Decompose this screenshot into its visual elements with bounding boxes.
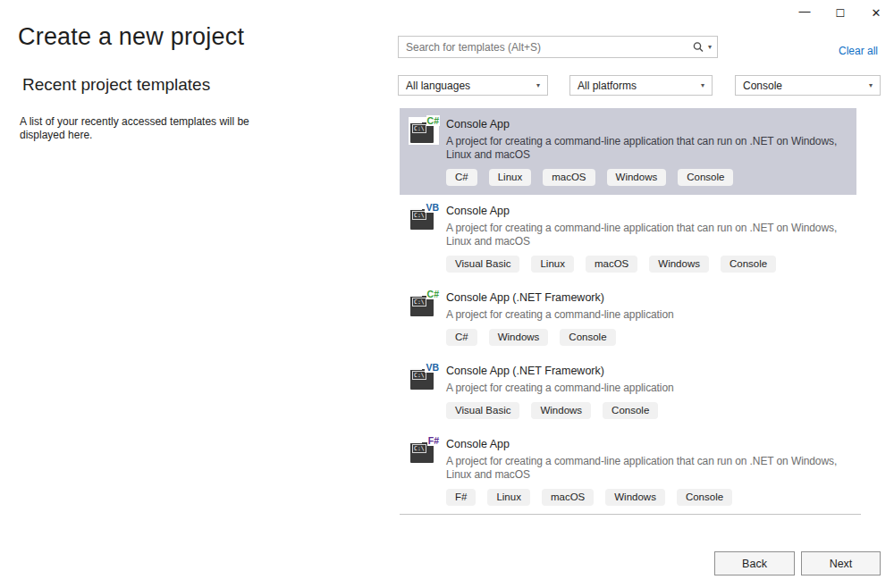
tag-windows[interactable]: Windows: [649, 256, 709, 273]
template-description: A project for creating a command-line ap…: [446, 135, 848, 162]
terminal-prompt: C:\: [412, 444, 426, 453]
next-button[interactable]: Next: [801, 551, 881, 575]
template-description: A project for creating a command-line ap…: [446, 455, 848, 482]
template-description: A project for creating a command-line ap…: [446, 308, 848, 322]
console-app-fsharp-icon: C:\ F#: [409, 437, 439, 465]
minimize-button[interactable]: —: [787, 0, 822, 26]
tag-windows[interactable]: Windows: [489, 329, 549, 346]
console-app-csharp-icon: C:\ C#: [409, 290, 439, 318]
template-title: Console App (.NET Framework): [446, 365, 848, 377]
template-description: A project for creating a command-line ap…: [446, 222, 848, 248]
template-title: Console App: [446, 438, 848, 450]
tag-console[interactable]: Console: [678, 169, 733, 186]
tag-linux[interactable]: Linux: [531, 256, 574, 273]
platform-filter-value: All platforms: [578, 80, 637, 92]
tag-visual-basic[interactable]: Visual Basic: [446, 256, 519, 273]
terminal-prompt: C:\: [412, 211, 426, 220]
template-description: A project for creating a command-line ap…: [446, 382, 848, 395]
tag-csharp[interactable]: C#: [446, 329, 477, 346]
project-type-filter-dropdown[interactable]: Console ▾: [735, 75, 881, 96]
template-item-console-app-fsharp[interactable]: C:\ F# Console App A project for creatin…: [400, 428, 856, 515]
tag-windows[interactable]: Windows: [531, 402, 591, 419]
chevron-down-icon: ▾: [701, 82, 704, 89]
language-filter-dropdown[interactable]: All languages ▾: [398, 75, 548, 96]
search-box: ▾: [398, 36, 718, 58]
back-button[interactable]: Back: [714, 551, 795, 575]
recent-templates-heading: Recent project templates: [22, 75, 210, 95]
template-item-console-app-netfw-csharp[interactable]: C:\ C# Console App (.NET Framework) A pr…: [400, 281, 856, 355]
template-item-console-app-csharp[interactable]: C:\ C# Console App A project for creatin…: [400, 108, 856, 195]
chevron-down-icon: ▾: [536, 82, 540, 89]
terminal-prompt: C:\: [412, 124, 426, 133]
language-badge: VB: [425, 202, 440, 213]
platform-filter-dropdown[interactable]: All platforms ▾: [569, 75, 713, 96]
maximize-icon: ☐: [836, 7, 846, 20]
minimize-icon: —: [799, 4, 811, 18]
tag-list: C# Linux macOS Windows Console: [446, 169, 848, 186]
language-badge: VB: [425, 362, 440, 373]
template-title: Console App: [446, 118, 848, 130]
language-filter-value: All languages: [406, 80, 470, 92]
tag-linux[interactable]: Linux: [487, 489, 530, 506]
language-badge: C#: [426, 289, 440, 299]
console-app-csharp-icon: C:\ C#: [409, 117, 439, 145]
tag-visual-basic[interactable]: Visual Basic: [446, 402, 519, 419]
search-options-caret-icon[interactable]: ▾: [708, 44, 712, 51]
tag-macos[interactable]: macOS: [543, 169, 595, 186]
tag-list: Visual Basic Windows Console: [446, 402, 848, 419]
page-title: Create a new project: [18, 23, 244, 51]
close-button[interactable]: ✕: [858, 0, 894, 26]
terminal-prompt: C:\: [412, 298, 426, 307]
template-item-console-app-vb[interactable]: C:\ VB Console App A project for creatin…: [400, 195, 856, 281]
window-controls: — ☐ ✕: [787, 0, 894, 26]
console-app-vb-icon: C:\ VB: [409, 364, 439, 391]
clear-all-link[interactable]: Clear all: [839, 45, 878, 57]
tag-windows[interactable]: Windows: [605, 489, 665, 506]
tag-macos[interactable]: macOS: [586, 256, 637, 273]
footer-divider: [400, 514, 861, 515]
console-app-vb-icon: C:\ VB: [409, 204, 439, 231]
tag-console[interactable]: Console: [677, 489, 732, 506]
filter-row: All languages ▾ All platforms ▾ Console …: [398, 75, 881, 96]
template-item-console-app-netfw-vb[interactable]: C:\ VB Console App (.NET Framework) A pr…: [400, 355, 856, 428]
close-icon: ✕: [872, 6, 881, 20]
template-list: C:\ C# Console App A project for creatin…: [400, 108, 856, 515]
template-title: Console App: [446, 205, 848, 217]
tag-console[interactable]: Console: [721, 256, 776, 273]
search-icon[interactable]: [692, 41, 704, 54]
tag-fsharp[interactable]: F#: [446, 489, 476, 506]
tag-console[interactable]: Console: [560, 329, 615, 346]
language-badge: C#: [426, 115, 440, 126]
tag-list: F# Linux macOS Windows Console: [446, 489, 848, 506]
tag-macos[interactable]: macOS: [542, 489, 594, 506]
tag-linux[interactable]: Linux: [489, 169, 532, 186]
tag-console[interactable]: Console: [603, 402, 658, 419]
tag-windows[interactable]: Windows: [607, 169, 667, 186]
language-badge: F#: [427, 435, 440, 446]
terminal-prompt: C:\: [412, 371, 426, 380]
tag-list: Visual Basic Linux macOS Windows Console: [446, 256, 848, 273]
template-title: Console App (.NET Framework): [446, 291, 848, 304]
tag-csharp[interactable]: C#: [446, 169, 477, 186]
search-input[interactable]: [399, 37, 692, 57]
project-type-filter-value: Console: [743, 80, 782, 92]
maximize-button[interactable]: ☐: [822, 0, 858, 26]
chevron-down-icon: ▾: [869, 82, 873, 89]
tag-list: C# Windows Console: [446, 329, 848, 346]
recent-templates-hint: A list of your recently accessed templat…: [20, 115, 270, 142]
